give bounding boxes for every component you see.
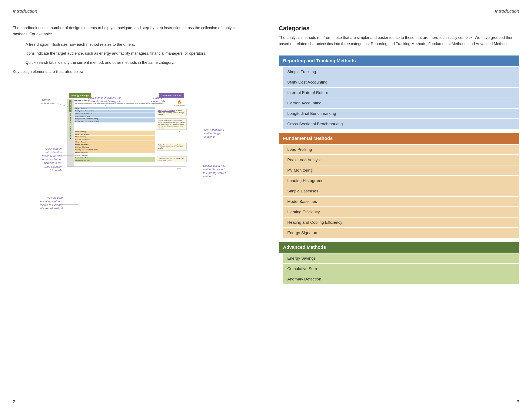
fundamental-item-0: Load Profiling: [283, 145, 519, 154]
icon-label: Energy Manager: [174, 104, 185, 106]
mini-callout-4-bold: Cumulative Sum.: [159, 159, 172, 161]
fundamental-item-4: Simple Baselines: [283, 186, 519, 196]
mini-body: Energy Savings Cumulative Sum Anomaly De…: [67, 99, 186, 166]
mini-item-anomaly: Anomaly Detection: [75, 159, 155, 162]
mini-item-utility: Utility Cost Accounting: [75, 110, 155, 112]
reporting-header: Reporting and Tracking Methods: [279, 55, 519, 66]
key-elements-text: Key design elements are illustrated belo…: [13, 69, 253, 75]
annotation-current-method: Currentmethod title: [34, 98, 60, 105]
fundamental-item-5: Model Baselines: [283, 197, 519, 206]
mini-item-peak: Peak Load Analysis: [75, 133, 155, 136]
advanced-item-1: Cumulative Sum: [283, 264, 519, 274]
mini-item-utility-row: Utility Cost Accounting: [75, 110, 155, 112]
categories-title: Categories: [279, 25, 519, 32]
mini-callout-4: Energy savings can be quantified with a …: [157, 156, 187, 162]
mini-tab-0[interactable]: Energy Savings: [69, 100, 72, 112]
advanced-item-2: Anomaly Detection: [283, 274, 519, 284]
left-page: Introduction The handbook uses a number …: [0, 0, 266, 411]
annotation-tree-diagram: Tree diagramindicating methodsrelated to…: [32, 196, 63, 210]
annotation-icons: Icons identifyingmethod targetaudience: [204, 128, 232, 139]
annotation-quick-search: Quick-searchtabs showingcurrently viewed…: [32, 147, 62, 172]
mini-item-lighting: Lighting Efficiency: [75, 146, 155, 148]
fundamental-item-7: Heating and Cooling Efficiency: [283, 218, 519, 227]
fundamental-item-8: Energy Signature: [283, 228, 519, 238]
annotation-color-banner: Color banner indicating thecurrently vie…: [83, 96, 125, 103]
mini-item-simple-tracking: Simple Tracking: [75, 107, 155, 109]
reporting-item-5: Cross-Sectional Benchmarking: [283, 119, 519, 129]
bullet-3: Quick-search tabs identify the current m…: [26, 60, 253, 66]
mini-content: Related Methods The relationship between…: [74, 99, 186, 166]
annotation-description: Description of howmethod is relatedto cu…: [203, 164, 233, 179]
mini-item-carbon: Carbon Accounting: [75, 115, 155, 117]
mini-callout-2: In some applications Longitudinal Benchm…: [157, 119, 187, 130]
mini-advanced-section: Energy Savings Cumulative Sum Anomaly De…: [75, 154, 185, 162]
fundamental-item-6: Lighting Efficiency: [283, 207, 519, 217]
fundamental-item-2: PV Monitoring: [283, 165, 519, 175]
mini-item-longitudinal: Longitudinal Benchmarking: [75, 118, 155, 120]
mini-page-number: 2: [75, 163, 185, 166]
mini-item-cumulative: Cumulative Sum: [75, 157, 155, 159]
mini-tab-2[interactable]: Anomaly Detection: [69, 126, 72, 139]
intro-paragraph: The handbook uses a number of design ele…: [13, 25, 253, 37]
reporting-item-4: Longitudinal Benchmarking: [283, 109, 519, 119]
mini-callout-3-bold: Model Baselines: [158, 144, 170, 146]
reporting-item-3: Carbon Accounting: [283, 98, 519, 108]
advanced-section: Advanced Methods Energy Savings Cumulati…: [279, 242, 519, 284]
mini-tabs: Energy Savings Cumulative Sum Anomaly De…: [67, 99, 74, 166]
bullet-1: A tree diagram illustrates how each meth…: [26, 41, 253, 48]
annotation-current-category: Currentcategory title: [145, 96, 170, 103]
mini-item-load: Load Profiling: [75, 130, 155, 133]
fundamental-header: Fundamental Methods: [279, 133, 519, 144]
mini-item-histograms: Loading Histograms: [75, 138, 155, 141]
mini-callout-2-bold: Longitudinal Benchmarking: [158, 119, 182, 123]
mini-callout-3: Model Baselines is related because Energ…: [157, 143, 187, 151]
mini-reporting-section: Simple Tracking Utility Cost Accounting …: [75, 107, 185, 130]
fundamental-item-1: Peak Load Analysis: [283, 155, 519, 165]
reporting-section: Reporting and Tracking Methods Simple Tr…: [279, 55, 519, 129]
reporting-item-1: Utility Cost Accounting: [283, 77, 519, 87]
reporting-item-2: Internal Rate of Return: [283, 88, 519, 98]
reporting-item-0: Simple Tracking: [283, 67, 519, 77]
right-page: Introduction Categories The analysis met…: [266, 0, 532, 411]
right-page-number: 3: [517, 399, 519, 405]
advanced-item-0: Energy Savings: [283, 254, 519, 263]
advanced-header: Advanced Methods: [279, 242, 519, 253]
fundamental-item-3: Loading Histograms: [283, 176, 519, 186]
right-page-header: Introduction: [279, 9, 519, 16]
mini-item-energy-sig: Energy Signature: [75, 151, 155, 153]
mini-tab-1[interactable]: Cumulative Sum: [69, 113, 72, 125]
mini-item-cross: Cross-Sectional Benchmarking: [75, 120, 155, 122]
mini-fundamental-section: Load Profiling Peak Load Analysis PV Mon…: [75, 130, 185, 154]
mini-item-irr: Internal Rate of Return: [75, 112, 155, 115]
left-page-number: 2: [13, 399, 15, 405]
mini-item-heating: Heating and Cooling Efficiency: [75, 148, 155, 151]
mini-callout-1: Utility Cost Accounting is used to asses…: [157, 109, 187, 116]
mini-icon-area: 🔥 Energy Manager: [174, 100, 185, 106]
diagram-container: Currentmethod title Color banner indicat…: [32, 92, 234, 219]
mini-item-model-baselines: Model Baselines: [75, 143, 155, 146]
bullet-2: Icons indicate the target audience, such…: [26, 50, 253, 56]
fire-icon: 🔥: [174, 100, 185, 104]
mini-item-simple-baselines: Simple Baselines: [75, 141, 155, 143]
mini-item-pv: PV Monitoring: [75, 136, 155, 138]
categories-desc: The analysis methods run from those that…: [279, 35, 519, 47]
mini-callout-1-bold: Utility Cost Accounting: [158, 110, 175, 112]
left-page-header: Introduction: [13, 9, 253, 16]
fundamental-section: Fundamental Methods Load Profiling Peak …: [279, 133, 519, 238]
